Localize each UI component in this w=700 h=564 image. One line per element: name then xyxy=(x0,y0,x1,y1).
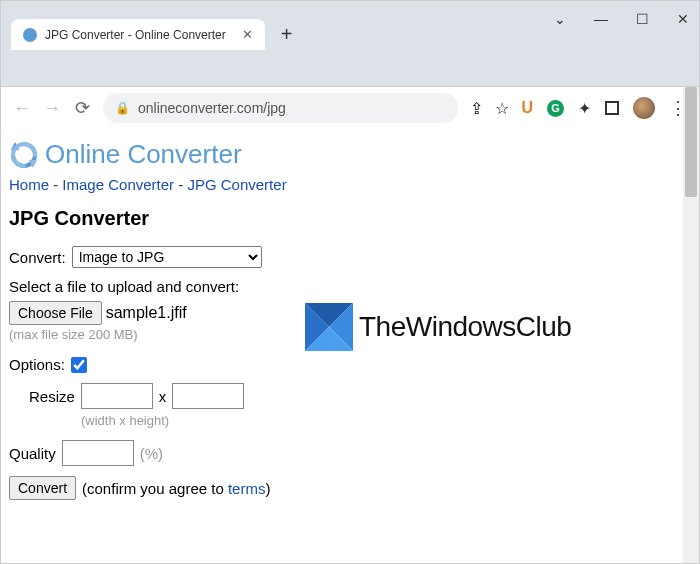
extension-u-icon[interactable]: U xyxy=(521,99,533,117)
forward-button[interactable]: → xyxy=(43,98,61,119)
breadcrumb-jpg[interactable]: JPG Converter xyxy=(187,176,286,193)
resize-hint: (width x height) xyxy=(81,413,691,428)
quality-unit: (%) xyxy=(140,445,163,462)
lock-icon: 🔒 xyxy=(115,101,130,115)
close-window-icon[interactable]: ✕ xyxy=(677,11,689,27)
tab-close-icon[interactable]: ✕ xyxy=(234,27,253,42)
browser-tab[interactable]: JPG Converter - Online Converter ✕ xyxy=(11,19,265,50)
share-icon[interactable]: ⇪ xyxy=(470,99,483,118)
upload-label: Select a file to upload and convert: xyxy=(9,278,691,295)
options-checkbox[interactable] xyxy=(71,357,87,373)
resize-height-input[interactable] xyxy=(172,383,244,409)
terms-link[interactable]: terms xyxy=(228,480,266,497)
convert-label: Convert: xyxy=(9,249,66,266)
url-text: onlineconverter.com/jpg xyxy=(138,100,286,116)
selected-filename: sample1.jfif xyxy=(106,304,187,322)
convert-select[interactable]: Image to JPG xyxy=(72,246,262,268)
profile-avatar[interactable] xyxy=(633,97,655,119)
reader-icon[interactable] xyxy=(605,101,619,115)
back-button[interactable]: ← xyxy=(13,98,31,119)
quality-input[interactable] xyxy=(62,440,134,466)
page-title: JPG Converter xyxy=(9,207,691,230)
tab-favicon-icon xyxy=(23,28,37,42)
extensions-icon[interactable]: ✦ xyxy=(578,99,591,118)
resize-width-input[interactable] xyxy=(81,383,153,409)
choose-file-button[interactable]: Choose File xyxy=(9,301,102,325)
tab-title: JPG Converter - Online Converter xyxy=(45,28,226,42)
quality-label: Quality xyxy=(9,445,56,462)
resize-label: Resize xyxy=(29,388,75,405)
resize-sep: x xyxy=(159,388,167,405)
convert-button[interactable]: Convert xyxy=(9,476,76,500)
new-tab-button[interactable]: + xyxy=(273,19,301,50)
site-title: Online Converter xyxy=(45,139,242,170)
breadcrumb-home[interactable]: Home xyxy=(9,176,49,193)
reload-button[interactable]: ⟳ xyxy=(73,97,91,119)
extension-grammarly-icon[interactable]: G xyxy=(547,100,564,117)
maximize-icon[interactable]: ☐ xyxy=(636,11,649,27)
address-bar[interactable]: 🔒 onlineconverter.com/jpg xyxy=(103,93,458,123)
options-label: Options: xyxy=(9,356,65,373)
minimize-icon[interactable]: — xyxy=(594,11,608,27)
site-logo-icon xyxy=(9,140,39,170)
confirm-text: (confirm you agree to terms) xyxy=(82,480,270,497)
max-size-hint: (max file size 200 MB) xyxy=(9,327,691,342)
breadcrumb: Home - Image Converter - JPG Converter xyxy=(9,176,691,193)
bookmark-icon[interactable]: ☆ xyxy=(495,99,509,118)
dropdown-icon[interactable]: ⌄ xyxy=(554,11,566,27)
breadcrumb-image[interactable]: Image Converter xyxy=(62,176,174,193)
